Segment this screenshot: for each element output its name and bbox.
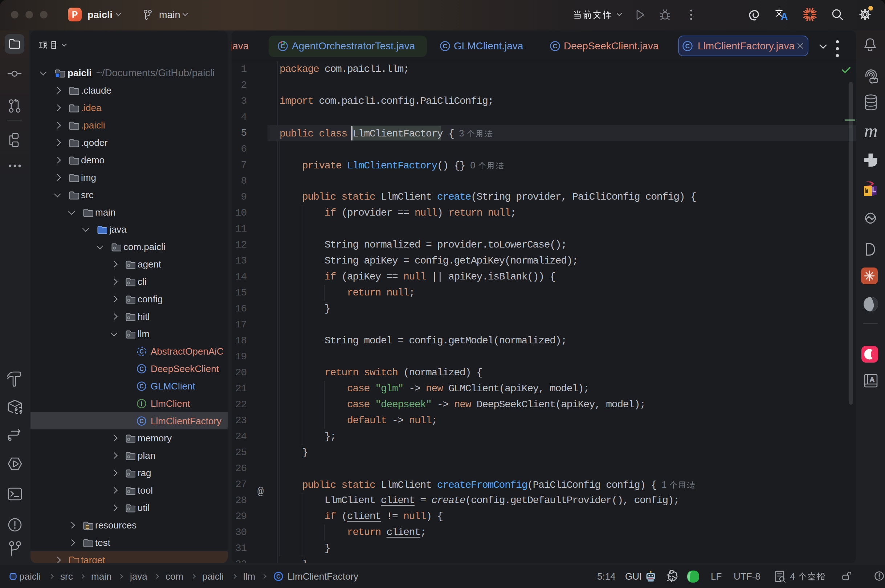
svg-text:C: C xyxy=(140,383,144,389)
svg-text:C: C xyxy=(140,366,144,372)
svg-text:C: C xyxy=(140,418,144,424)
svg-text:I: I xyxy=(141,400,142,406)
svg-text:C: C xyxy=(276,573,280,580)
svg-text:C: C xyxy=(686,42,690,50)
svg-text:C: C xyxy=(443,42,447,50)
svg-text:C: C xyxy=(553,42,557,50)
svg-text:A: A xyxy=(870,376,874,383)
svg-text:C: C xyxy=(140,348,144,354)
